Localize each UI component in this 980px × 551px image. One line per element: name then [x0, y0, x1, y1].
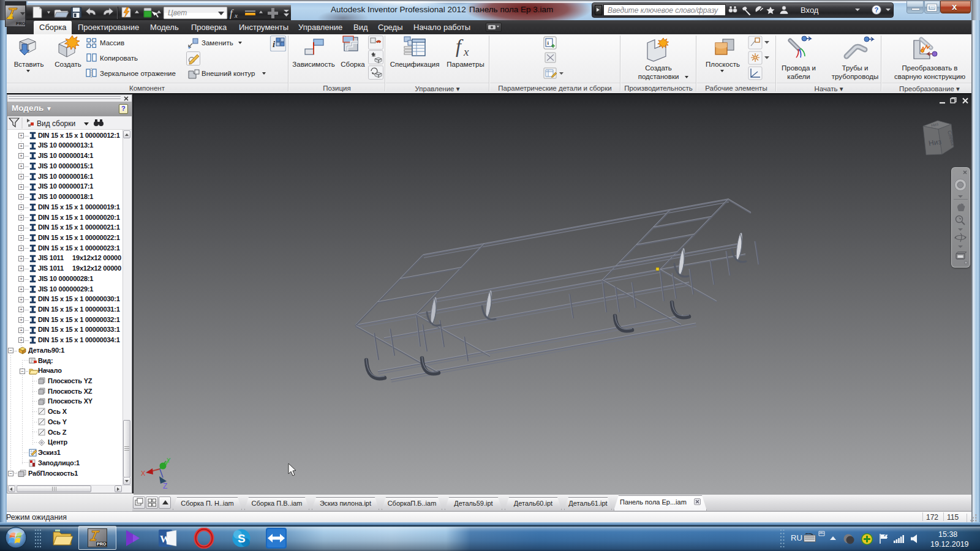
svg-text:x: x [234, 12, 238, 19]
svg-text:W: W [160, 533, 170, 545]
svg-text:X: X [141, 470, 146, 477]
svg-text:f: f [456, 35, 464, 57]
svg-text:Цвет: Цвет [168, 9, 187, 17]
svg-text:S: S [238, 532, 246, 545]
svg-text:f: f [230, 7, 234, 19]
svg-text:x: x [463, 45, 469, 58]
svg-text:Z: Z [163, 482, 167, 490]
svg-text:Y: Y [167, 457, 171, 464]
